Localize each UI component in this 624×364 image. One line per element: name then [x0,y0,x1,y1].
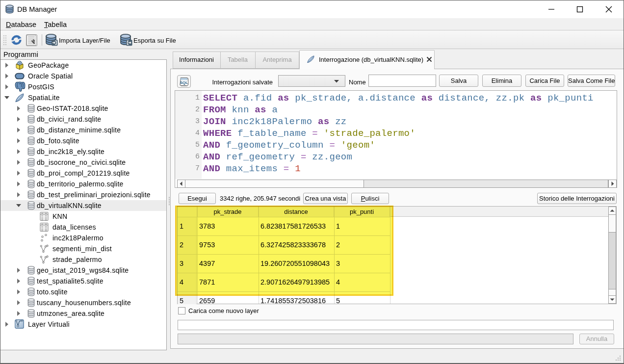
svg-text:SQL: SQL [180,80,188,85]
